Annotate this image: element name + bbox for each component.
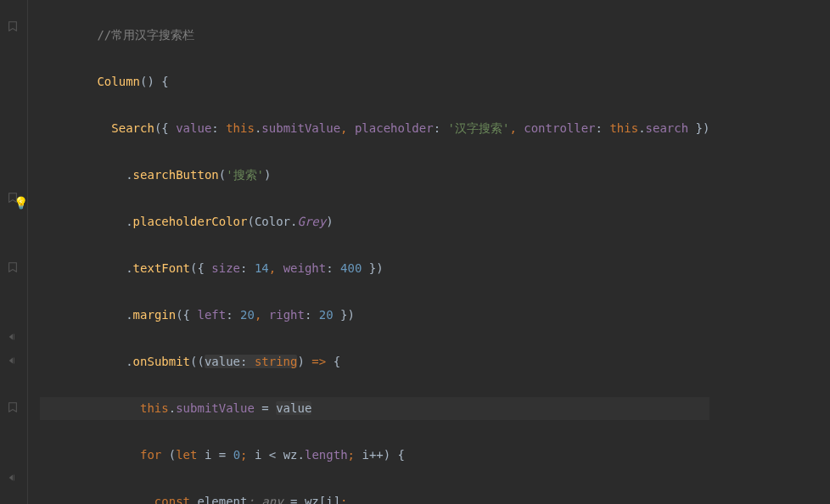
text: () {	[140, 75, 169, 88]
method: margin	[133, 308, 177, 322]
prop: size	[211, 261, 240, 275]
prop: submitValue	[261, 121, 340, 135]
prop: length	[305, 448, 348, 462]
bookmark-icon	[7, 20, 19, 32]
string: '汉字搜索'	[448, 121, 510, 135]
ident: value	[276, 401, 311, 415]
number: 400	[340, 261, 362, 275]
prop: right	[269, 308, 305, 322]
prop: controller	[524, 121, 595, 135]
ident: element	[197, 495, 247, 505]
code-line[interactable]: const element: any = wz[i];	[40, 490, 709, 505]
ident: wz	[283, 448, 298, 462]
code-line[interactable]: Search({ value: this.submitValue, placeh…	[40, 117, 709, 141]
comment: //常用汉字搜索栏	[97, 28, 194, 42]
code-line[interactable]: .placeholderColor(Color.Grey)	[40, 210, 709, 234]
kw: const	[154, 495, 190, 505]
method: placeholderColor	[133, 215, 248, 228]
ident: wz	[305, 495, 319, 505]
code-line[interactable]: .onSubmit((value: string) => {	[40, 350, 709, 374]
ident: i	[326, 495, 333, 505]
string: '搜索'	[226, 168, 264, 182]
func: Column	[97, 75, 140, 88]
ident: Color	[255, 215, 290, 228]
ident: i	[362, 448, 368, 462]
kw: for	[140, 448, 161, 462]
prop: search	[646, 121, 689, 135]
goto-icon	[7, 331, 19, 343]
type: string	[255, 355, 298, 368]
code-line[interactable]: //常用汉字搜索栏	[40, 24, 709, 48]
prop: value	[176, 121, 211, 135]
number: 20	[240, 308, 255, 322]
code-line-active[interactable]: this.submitValue = value	[40, 397, 709, 421]
lightbulb-icon[interactable]: 💡	[14, 192, 28, 216]
prop: submitValue	[176, 401, 255, 415]
kw: let	[176, 448, 197, 462]
bookmark-icon	[7, 401, 19, 413]
kw-this: this	[609, 121, 638, 135]
code-line[interactable]: .searchButton('搜索')	[40, 164, 709, 188]
type-ann: : any	[247, 495, 283, 505]
code-line[interactable]: .textFont({ size: 14, weight: 400 })	[40, 257, 709, 281]
goto-icon	[7, 472, 19, 484]
method: onSubmit	[133, 355, 190, 368]
prop: weight	[283, 261, 327, 275]
prop: Grey	[297, 215, 326, 228]
code-line[interactable]: for (let i = 0; i < wz.length; i++) {	[40, 444, 709, 468]
bookmark-icon	[7, 261, 19, 273]
kw-this: this	[226, 121, 255, 135]
number: 14	[255, 261, 269, 275]
gutter: 💡	[0, 0, 28, 504]
method: searchButton	[133, 168, 219, 182]
func: Search	[111, 121, 154, 135]
prop: placeholder	[355, 121, 434, 135]
param: value	[205, 355, 240, 368]
kw-this: this	[140, 401, 169, 415]
method: textFont	[133, 261, 190, 275]
code-area[interactable]: //常用汉字搜索栏 Column() { Search({ value: thi…	[28, 0, 709, 504]
goto-icon	[7, 355, 19, 367]
code-line[interactable]: Column() {	[40, 70, 709, 94]
number: 20	[319, 308, 334, 322]
number: 0	[233, 448, 240, 462]
code-line[interactable]: .margin({ left: 20, right: 20 })	[40, 304, 709, 328]
prop: left	[197, 308, 226, 322]
code-editor[interactable]: 💡 //常用汉字搜索栏 Column() { Search({ value: t…	[0, 0, 830, 504]
